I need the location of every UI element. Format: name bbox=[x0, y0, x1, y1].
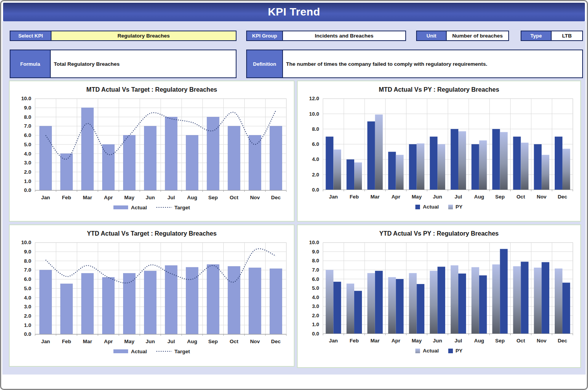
field-formula: Formula Total Regulatory Breaches bbox=[10, 50, 237, 78]
bar-py-sep bbox=[500, 132, 507, 190]
field-kpi-group: KPI Group Incidents and Breaches bbox=[246, 31, 406, 41]
y-tick-label: 9.0 bbox=[312, 249, 319, 255]
x-tick-label: Jul bbox=[167, 195, 175, 200]
x-tick-label: Sep bbox=[495, 338, 505, 344]
x-tick-label: Feb bbox=[350, 194, 359, 200]
bar-actual-may bbox=[409, 273, 417, 334]
x-tick-label: Nov bbox=[537, 194, 547, 200]
chart-plot-ytd-actual-vs-py: 0.01.02.03.04.05.06.07.08.09.010.0JanFeb… bbox=[299, 238, 579, 348]
bar-py-mar bbox=[375, 271, 382, 334]
bar-actual-jan bbox=[39, 270, 51, 334]
y-tick-label: 0.0 bbox=[312, 331, 319, 337]
chart-card-ytd-actual-vs-target: YTD Actual Vs Target : Regulatory Breach… bbox=[9, 224, 295, 367]
chart-legend: ActualTarget bbox=[113, 349, 190, 354]
x-tick-label: Dec bbox=[271, 339, 281, 344]
legend-item-target: Target bbox=[156, 205, 190, 210]
y-tick-label: 5.0 bbox=[312, 285, 319, 291]
y-tick-label: 3.0 bbox=[24, 160, 31, 166]
bar-py-jun bbox=[437, 144, 445, 190]
x-tick-label: May bbox=[124, 195, 135, 200]
y-tick-label: 6.0 bbox=[312, 276, 319, 282]
bar-actual-apr bbox=[102, 144, 114, 190]
field-select-kpi: Select KPI Regulatory Breaches bbox=[10, 31, 237, 41]
chart-title: YTD Actual Vs Target : Regulatory Breach… bbox=[87, 230, 216, 237]
y-tick-label: 8.0 bbox=[24, 258, 31, 264]
y-tick-label: 9.0 bbox=[24, 105, 31, 111]
y-tick-label: 10.0 bbox=[21, 239, 31, 245]
bar-actual-jan bbox=[326, 270, 333, 334]
field-unit: Unit Number of breaches bbox=[416, 31, 509, 41]
chart-plot-mtd-actual-vs-py: 0.02.04.06.08.010.012.0JanFebMarAprMayJu… bbox=[299, 94, 579, 204]
y-tick-label: 6.0 bbox=[24, 132, 31, 138]
bar-py-jan bbox=[333, 282, 341, 334]
x-tick-label: Feb bbox=[62, 339, 71, 344]
chart-card-mtd-actual-vs-target: MTD Actual Vs Target : Regulatory Breach… bbox=[9, 80, 295, 222]
legend-swatch-gradient-bar bbox=[415, 349, 420, 353]
legend-label: Actual bbox=[423, 204, 439, 210]
x-tick-label: Jul bbox=[454, 338, 462, 344]
x-tick-label: Oct bbox=[516, 338, 525, 344]
select-kpi-value[interactable]: Regulatory Breaches bbox=[51, 31, 236, 40]
bar-actual-sep bbox=[207, 117, 219, 190]
y-tick-label: 0.0 bbox=[312, 187, 319, 193]
bar-py-dec bbox=[562, 149, 570, 190]
bar-actual-mar bbox=[367, 121, 375, 190]
bar-py-oct bbox=[521, 262, 528, 334]
chart-title: MTD Actual Vs PY : Regulatory Breaches bbox=[379, 86, 499, 93]
legend-label: PY bbox=[456, 348, 463, 354]
x-tick-label: Apr bbox=[104, 339, 113, 344]
field-definition: Definition The number of times the compa… bbox=[246, 50, 583, 78]
bar-py-jun bbox=[437, 267, 445, 334]
x-tick-label: Mar bbox=[370, 194, 380, 200]
x-tick-label: Oct bbox=[230, 195, 238, 200]
bar-actual-dec bbox=[555, 137, 562, 190]
x-tick-label: Jan bbox=[329, 194, 338, 200]
legend-label: Actual bbox=[423, 348, 439, 354]
bar-py-nov bbox=[542, 262, 549, 334]
x-tick-label: Apr bbox=[391, 338, 400, 344]
bar-actual-nov bbox=[249, 135, 261, 190]
x-tick-label: Jun bbox=[146, 195, 155, 200]
legend-item-actual: Actual bbox=[113, 349, 147, 354]
x-tick-label: Feb bbox=[62, 195, 71, 200]
x-tick-label: Jun bbox=[433, 194, 442, 200]
y-tick-label: 1.0 bbox=[24, 178, 31, 184]
chart-plot-mtd-actual-vs-target: 0.01.02.03.04.05.06.07.08.09.010.0JanFeb… bbox=[11, 94, 293, 205]
y-tick-label: 4.0 bbox=[312, 294, 319, 300]
bar-actual-aug bbox=[186, 267, 198, 334]
bar-py-jul bbox=[458, 131, 466, 190]
chart-card-mtd-actual-vs-py: MTD Actual Vs PY : Regulatory Breaches 0… bbox=[297, 80, 581, 222]
y-tick-label: 8.0 bbox=[312, 126, 319, 132]
x-tick-label: Jan bbox=[41, 195, 50, 200]
bar-actual-feb bbox=[346, 159, 354, 190]
chart-title: YTD Actual Vs PY : Regulatory Breaches bbox=[379, 230, 499, 237]
legend-item-actual: Actual bbox=[415, 204, 439, 210]
bar-actual-jul bbox=[165, 117, 177, 190]
y-tick-label: 4.0 bbox=[24, 295, 31, 301]
unit-value: Number of breaches bbox=[447, 31, 508, 40]
x-tick-label: Nov bbox=[250, 195, 260, 200]
formula-label: Formula bbox=[10, 50, 51, 77]
bar-actual-oct bbox=[513, 266, 521, 334]
legend-label: Actual bbox=[131, 205, 147, 210]
x-tick-label: Sep bbox=[208, 195, 218, 200]
bar-actual-dec bbox=[270, 269, 282, 334]
legend-swatch-dark-bar bbox=[448, 349, 453, 353]
bar-actual-sep bbox=[492, 129, 500, 190]
bar-actual-mar bbox=[81, 273, 93, 334]
y-tick-label: 10.0 bbox=[309, 111, 319, 117]
legend-label: Target bbox=[175, 205, 190, 210]
y-tick-label: 1.0 bbox=[312, 322, 319, 327]
y-tick-label: 0.0 bbox=[24, 187, 31, 193]
bar-actual-sep bbox=[207, 265, 219, 334]
y-tick-label: 1.0 bbox=[24, 322, 31, 328]
bar-py-aug bbox=[479, 275, 487, 334]
legend-swatch-dark-bar bbox=[415, 205, 420, 209]
bar-actual-jun bbox=[144, 126, 156, 190]
x-tick-label: Apr bbox=[104, 195, 113, 200]
legend-label: PY bbox=[456, 204, 463, 210]
x-tick-label: Mar bbox=[370, 338, 380, 344]
x-tick-label: Jul bbox=[167, 339, 175, 344]
y-tick-label: 9.0 bbox=[24, 249, 31, 255]
field-type: Type LTB bbox=[521, 31, 583, 41]
